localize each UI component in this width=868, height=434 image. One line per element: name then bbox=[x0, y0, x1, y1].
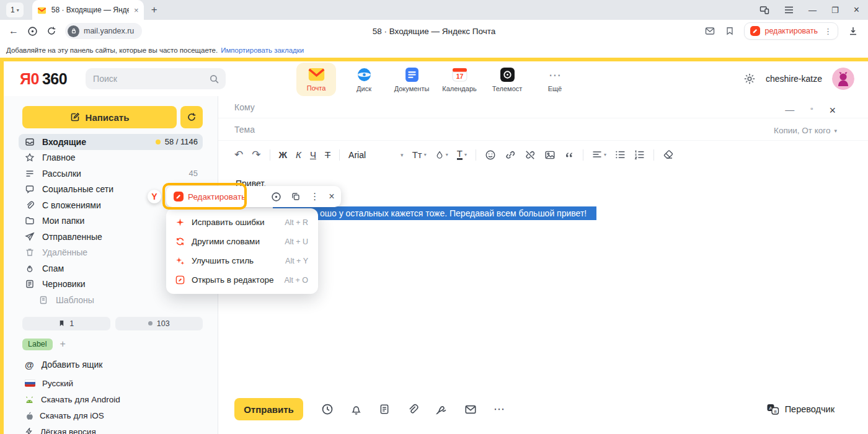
compose-restore-icon[interactable]: ▫ bbox=[810, 104, 813, 117]
schedule-clock-icon[interactable] bbox=[321, 403, 334, 415]
paperclip-icon bbox=[25, 200, 35, 210]
compose-close-icon[interactable]: × bbox=[829, 104, 836, 117]
copy-icon[interactable] bbox=[291, 192, 301, 202]
bookmark-icon[interactable] bbox=[725, 26, 734, 36]
settings-gear-icon[interactable] bbox=[743, 73, 756, 85]
fill-color-button[interactable]: ▾ bbox=[435, 150, 448, 159]
devices-icon[interactable] bbox=[760, 5, 769, 15]
signature-pen-icon[interactable] bbox=[435, 403, 448, 415]
username[interactable]: cheshire-katze bbox=[766, 74, 822, 84]
add-label-icon[interactable]: + bbox=[60, 339, 66, 350]
editor-icon bbox=[750, 26, 760, 36]
app-telemost[interactable]: Телемост bbox=[487, 63, 527, 96]
search-input[interactable] bbox=[93, 74, 209, 84]
yandex-360-logo[interactable]: Я0 360 bbox=[20, 70, 67, 88]
eraser-icon[interactable] bbox=[663, 150, 674, 160]
download-icon[interactable] bbox=[848, 26, 858, 36]
label-tag[interactable]: Label bbox=[22, 339, 53, 350]
numbered-list-icon[interactable] bbox=[634, 150, 645, 159]
alice-search-icon[interactable] bbox=[271, 192, 281, 202]
light-version-link[interactable]: Лёгкая версия bbox=[25, 427, 203, 434]
lock-icon[interactable] bbox=[68, 25, 79, 37]
envelope-icon[interactable] bbox=[464, 404, 477, 415]
compose-minimize-icon[interactable]: — bbox=[785, 104, 794, 117]
app-more[interactable]: ⋯ Ещё bbox=[535, 63, 575, 96]
insert-image-icon[interactable] bbox=[544, 149, 556, 161]
reminder-bell-icon[interactable] bbox=[350, 403, 362, 415]
menu-item-open-editor[interactable]: Открыть в редакторе Alt + O bbox=[166, 270, 318, 290]
redo-icon[interactable]: ↷ bbox=[252, 148, 260, 161]
search-icon[interactable] bbox=[209, 74, 219, 84]
translator-button[interactable]: Ая Переводчик bbox=[766, 403, 835, 415]
text-color-button[interactable]: Т▾ bbox=[457, 149, 467, 160]
menu-item-fix-errors[interactable]: Исправить ошибки Alt + R bbox=[166, 213, 318, 232]
ios-link[interactable]: Скачать для iOS bbox=[25, 411, 203, 420]
to-field[interactable]: Кому bbox=[218, 96, 868, 118]
refresh-mail-button[interactable] bbox=[180, 106, 203, 128]
app-calendar[interactable]: 17 Календарь bbox=[440, 63, 479, 96]
strikethrough-button[interactable]: Т bbox=[325, 149, 330, 160]
tab-close-icon[interactable]: × bbox=[134, 6, 139, 15]
unread-count-pill[interactable]: 103 bbox=[115, 317, 203, 330]
compose-button[interactable]: Написать bbox=[22, 106, 177, 128]
sidebar-item-inbox[interactable]: Входящие 58 / 1146 bbox=[19, 134, 203, 150]
note-icon[interactable] bbox=[379, 403, 390, 415]
compose-bottom-bar: Отправить ⋯ bbox=[234, 398, 506, 420]
align-button[interactable]: ▾ bbox=[592, 151, 606, 159]
browser-menu-icon[interactable] bbox=[784, 6, 794, 14]
back-icon[interactable]: ← bbox=[9, 25, 19, 37]
window-close-icon[interactable]: × bbox=[854, 4, 859, 16]
more-options-icon[interactable]: ⋯ bbox=[494, 402, 506, 416]
chevron-down-icon: ▾ bbox=[17, 7, 19, 13]
window-maximize-icon[interactable]: ❐ bbox=[831, 6, 839, 15]
sidebar-item-main[interactable]: Главное bbox=[19, 150, 203, 166]
alice-icon[interactable] bbox=[27, 26, 38, 37]
cc-from-toggle[interactable]: Копии, От кого ▾ bbox=[774, 126, 837, 135]
android-link[interactable]: Скачать для Android bbox=[25, 395, 203, 404]
subject-field[interactable]: Тема bbox=[218, 118, 868, 141]
app-docs[interactable]: Документы bbox=[392, 63, 432, 96]
language-link[interactable]: Русский bbox=[25, 379, 203, 388]
underline-button[interactable]: Ч bbox=[310, 149, 316, 160]
mail-shortcut-icon[interactable] bbox=[704, 26, 715, 36]
new-tab-button[interactable]: + bbox=[151, 4, 157, 16]
edit-selection-button[interactable]: Редактировать bbox=[174, 192, 262, 202]
url-field[interactable]: mail.yandex.ru bbox=[65, 23, 142, 39]
tab-counter[interactable]: 1▾ bbox=[6, 2, 24, 17]
quote-icon[interactable] bbox=[564, 150, 574, 160]
yandex-y-icon[interactable]: Y bbox=[148, 190, 161, 203]
undo-icon[interactable]: ↶ bbox=[234, 148, 243, 161]
star-icon bbox=[25, 153, 35, 162]
selection-more-icon[interactable]: ⋮ bbox=[310, 191, 319, 202]
selection-close-icon[interactable]: × bbox=[329, 191, 334, 202]
templates-icon bbox=[38, 295, 48, 305]
attach-file-icon[interactable] bbox=[407, 403, 418, 415]
unlink-icon[interactable] bbox=[525, 149, 536, 161]
selected-text[interactable]: ошо у остальных кажется тоже. Передавай … bbox=[273, 206, 596, 220]
emoji-icon[interactable] bbox=[485, 149, 496, 161]
sidebar-item-templates[interactable]: Шаблоны bbox=[19, 292, 203, 308]
search-box[interactable] bbox=[86, 68, 226, 89]
avatar[interactable] bbox=[832, 68, 854, 90]
menu-item-improve-style[interactable]: Улучшить стиль Alt + Y bbox=[166, 251, 318, 270]
italic-button[interactable]: К bbox=[296, 149, 301, 160]
chevron-down-icon: ▾ bbox=[424, 152, 427, 157]
sidebar-item-newsletters[interactable]: Рассылки 45 bbox=[19, 166, 203, 182]
active-tab[interactable]: 58 · Входящие — Янде × bbox=[32, 0, 144, 20]
bookmarked-count-pill[interactable]: 1 bbox=[22, 317, 110, 330]
font-size-select[interactable]: Тт▾ bbox=[412, 149, 427, 160]
font-family-select[interactable]: Arial▾ bbox=[348, 150, 404, 160]
bold-button[interactable]: Ж bbox=[279, 149, 288, 160]
app-mail[interactable]: Почта bbox=[296, 63, 336, 96]
link-icon[interactable] bbox=[505, 149, 516, 161]
menu-item-rephrase[interactable]: Другими словами Alt + U bbox=[166, 232, 318, 251]
send-button[interactable]: Отправить bbox=[234, 398, 303, 420]
import-bookmarks-link[interactable]: Импортировать закладки bbox=[221, 46, 304, 54]
bullet-list-icon[interactable] bbox=[615, 150, 626, 159]
editor-extension-button[interactable]: редактировать ⋮ bbox=[744, 22, 838, 40]
app-disk[interactable]: Диск bbox=[344, 63, 384, 96]
editor-pill-menu-icon[interactable]: ⋮ bbox=[824, 27, 832, 36]
window-minimize-icon[interactable]: — bbox=[808, 6, 817, 15]
add-mailbox[interactable]: @ Добавить ящик bbox=[25, 360, 203, 370]
refresh-icon[interactable] bbox=[46, 26, 56, 36]
